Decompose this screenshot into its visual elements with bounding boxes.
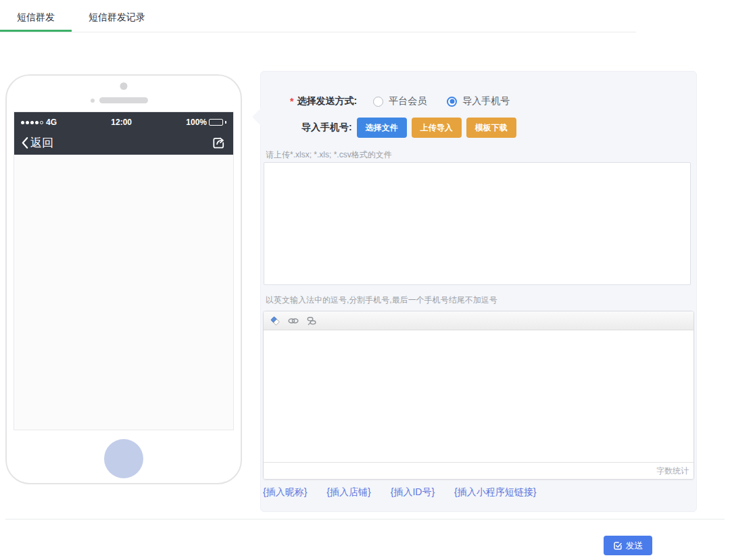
carrier-label: 4G [46, 118, 57, 127]
send-method-row: * 选择发送方式: 平台会员 导入手机号 [290, 95, 510, 108]
sms-broadcast-page: 短信群发 短信群发记录 4G 12:00 100% [0, 0, 730, 560]
upload-import-button[interactable]: 上传导入 [412, 118, 462, 138]
insert-shop-link[interactable]: {插入店铺} [326, 486, 370, 499]
back-button[interactable]: 返回 [21, 135, 53, 151]
check-square-icon [613, 541, 623, 551]
battery-icon [209, 119, 223, 126]
phone-preview: 4G 12:00 100% 返回 [5, 74, 242, 484]
share-button[interactable] [211, 135, 226, 151]
upload-format-hint: 请上传*.xlsx; *.xls; *.csv格式的文件 [266, 150, 392, 159]
phone-screen: 4G 12:00 100% 返回 [14, 111, 234, 430]
phone-speaker-bar [99, 97, 148, 103]
share-icon [211, 135, 226, 151]
tab-bar: 短信群发 短信群发记录 [0, 0, 636, 32]
editor-toolbar [264, 311, 694, 330]
radio-dot [449, 99, 454, 104]
radio-platform-member[interactable]: 平台会员 [373, 95, 427, 107]
tab-sms-broadcast[interactable]: 短信群发 [0, 0, 72, 32]
radio-import-phone[interactable]: 导入手机号 [447, 95, 510, 107]
insert-variable-links: {插入昵称} {插入店铺} {插入ID号} {插入小程序短链接} [263, 486, 536, 499]
status-time: 12:00 [57, 118, 186, 127]
battery-percent: 100% [186, 118, 207, 127]
phone-nav-bar: 返回 [14, 130, 233, 155]
phone-numbers-textarea[interactable] [264, 162, 691, 285]
send-button[interactable]: 发送 [604, 536, 652, 555]
template-download-button[interactable]: 模板下载 [466, 118, 516, 138]
signal-strength-icon [21, 121, 43, 124]
import-phone-row: 导入手机号: 选择文件 上传导入 模板下载 [301, 118, 516, 138]
radio-circle-unselected[interactable] [373, 97, 383, 107]
battery-tip [225, 121, 226, 124]
phone-status-bar: 4G 12:00 100% [14, 112, 233, 130]
word-count-label: 字数统计 [656, 465, 689, 477]
tab-sms-broadcast-records[interactable]: 短信群发记录 [72, 0, 162, 32]
required-mark: * [290, 96, 293, 107]
insert-miniprogram-shortlink-link[interactable]: {插入小程序短链接} [454, 486, 536, 499]
sms-form-panel: * 选择发送方式: 平台会员 导入手机号 导入手机号: 选择文件 上传导入 模板… [260, 71, 697, 512]
editor-content-area[interactable] [264, 330, 694, 462]
insert-nickname-link[interactable]: {插入昵称} [263, 486, 307, 499]
send-button-label: 发送 [626, 540, 643, 552]
send-method-label: 选择发送方式: [297, 95, 357, 107]
radio-import-phone-label[interactable]: 导入手机号 [462, 95, 510, 107]
editor-status-bar: 字数统计 [264, 462, 694, 479]
choose-file-button[interactable]: 选择文件 [357, 118, 407, 138]
insert-id-link[interactable]: {插入ID号} [391, 486, 435, 499]
radio-circle-selected[interactable] [447, 97, 457, 107]
panel-pointer-arrow [252, 108, 261, 126]
phone-screen-header: 4G 12:00 100% 返回 [14, 112, 233, 155]
footer-divider [5, 519, 725, 519]
eraser-icon[interactable] [268, 314, 283, 328]
comma-split-hint: 以英文输入法中的逗号,分割手机号,最后一个手机号结尾不加逗号 [266, 295, 497, 305]
chevron-left-icon [21, 136, 28, 149]
radio-platform-member-label[interactable]: 平台会员 [389, 95, 427, 107]
phone-camera-dot [120, 82, 128, 90]
phone-sensor-dot [91, 99, 95, 103]
unlink-icon[interactable] [304, 314, 319, 328]
back-label: 返回 [30, 135, 53, 151]
link-icon[interactable] [286, 314, 301, 328]
sms-content-editor: 字数统计 [263, 311, 694, 480]
phone-home-button[interactable] [104, 439, 143, 478]
import-phone-label: 导入手机号: [301, 122, 352, 134]
